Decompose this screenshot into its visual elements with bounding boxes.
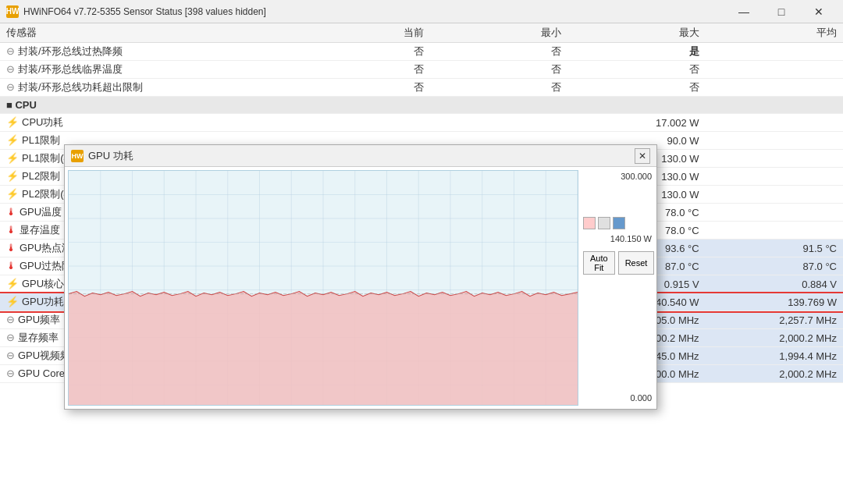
section-label: ■ CPU: [0, 97, 843, 114]
minus-icon: ⊖: [6, 314, 15, 325]
current-val: [293, 114, 430, 132]
table-row: ⊖封装/环形总线过热降频 否 否 是: [0, 43, 843, 61]
avg-val: 1,994.4 MHz: [706, 347, 843, 365]
avg-val: [706, 43, 843, 61]
lightning-icon: ⚡: [6, 188, 19, 200]
col-header-current: 当前: [293, 23, 430, 43]
reset-button[interactable]: Reset: [618, 251, 655, 275]
avg-val: [706, 150, 843, 168]
chart-close-button[interactable]: ✕: [635, 148, 650, 164]
app-icon: HW: [6, 5, 19, 18]
avg-val: 87.0 °C: [706, 257, 843, 275]
max-val: 17.002 W: [567, 114, 705, 132]
main-content: 传感器 当前 最小 最大 平均 ⊖封装/环形总线过热降频 否 否 是 ⊖封装/环…: [0, 23, 843, 504]
chart-area: [68, 170, 578, 406]
chart-svg: [69, 171, 578, 405]
max-val: 否: [567, 79, 705, 97]
chart-popup: HW GPU 功耗 ✕: [64, 144, 657, 410]
avg-val: [706, 168, 843, 186]
chart-y-bot: 0.000: [583, 393, 652, 403]
chart-body: 300.000 140.150 W Auto Fit Reset 0.000: [65, 167, 656, 409]
color-box-pink[interactable]: [583, 217, 596, 229]
chart-title-bar: HW GPU 功耗 ✕: [65, 145, 656, 167]
avg-val: 2,000.2 MHz: [706, 365, 843, 383]
title-bar: HW HWiNFO64 v7.72-5355 Sensor Status [39…: [0, 0, 843, 23]
max-val: 是: [567, 43, 705, 61]
temp-icon: 🌡: [6, 242, 16, 254]
section-row-cpu: ■ CPU: [0, 97, 843, 114]
chart-app-icon: HW: [71, 150, 84, 162]
avg-val: 2,257.7 MHz: [706, 311, 843, 329]
lightning-icon: ⚡: [6, 134, 19, 146]
chart-y-top: 300.000: [583, 172, 652, 181]
avg-val: [706, 132, 843, 150]
avg-val: 139.769 W: [706, 293, 843, 311]
table-row: ⊖封装/环形总线临界温度 否 否 否: [0, 61, 843, 79]
min-val: 否: [430, 43, 567, 61]
title-bar-left: HW HWiNFO64 v7.72-5355 Sensor Status [39…: [6, 5, 266, 18]
min-val: [430, 114, 567, 132]
col-header-min: 最小: [430, 23, 567, 43]
minus-icon: ⊖: [6, 81, 15, 93]
current-val: 否: [293, 43, 430, 61]
avg-val: 0.884 V: [706, 275, 843, 293]
chart-y-mid: 140.150 W: [583, 234, 652, 243]
sensor-label: ⊖封装/环形总线功耗超出限制: [0, 79, 293, 97]
sensor-label: ⊖封装/环形总线过热降频: [0, 43, 293, 61]
min-val: 否: [430, 79, 567, 97]
avg-val: [706, 79, 843, 97]
minus-icon: ⊖: [6, 45, 15, 57]
avg-val: 2,000.2 MHz: [706, 329, 843, 347]
current-val: 否: [293, 79, 430, 97]
sensor-label: ⚡CPU功耗: [0, 114, 293, 132]
window-controls: — □ ✕: [726, 3, 837, 20]
lightning-icon: ⚡: [6, 170, 19, 182]
auto-fit-button[interactable]: Auto Fit: [583, 251, 615, 275]
table-row: ⚡CPU功耗 17.002 W: [0, 114, 843, 132]
max-val: 否: [567, 61, 705, 79]
sensor-label: ⊖封装/环形总线临界温度: [0, 61, 293, 79]
avg-val: [706, 204, 843, 222]
minus-icon: ⊖: [6, 332, 15, 343]
close-button[interactable]: ✕: [801, 3, 837, 20]
table-row: ⊖封装/环形总线功耗超出限制 否 否 否: [0, 79, 843, 97]
min-val: 否: [430, 61, 567, 79]
chart-title-left: HW GPU 功耗: [71, 149, 133, 163]
restore-button[interactable]: □: [763, 3, 799, 20]
minus-icon: ⊖: [6, 367, 15, 379]
current-val: 否: [293, 61, 430, 79]
lightning-icon: ⚡: [6, 296, 19, 307]
minus-icon: ⊖: [6, 63, 15, 75]
avg-val: [706, 186, 843, 204]
col-header-sensor: 传感器: [0, 23, 293, 43]
chart-title: GPU 功耗: [88, 149, 133, 163]
avg-val: [706, 61, 843, 79]
temp-icon: 🌡: [6, 224, 16, 236]
col-header-avg: 平均: [706, 23, 843, 43]
color-box-gray[interactable]: [598, 217, 610, 229]
avg-val: [706, 114, 843, 132]
lightning-icon: ⚡: [6, 152, 19, 164]
color-box-blue[interactable]: [613, 217, 625, 229]
avg-val: [706, 222, 843, 240]
minimize-button[interactable]: —: [726, 3, 762, 20]
temp-icon: 🌡: [6, 206, 16, 218]
chart-sidebar: 300.000 140.150 W Auto Fit Reset 0.000: [578, 167, 656, 409]
minus-icon: ⊖: [6, 350, 15, 361]
lightning-icon: ⚡: [6, 278, 19, 289]
avg-val: 91.5 °C: [706, 240, 843, 257]
chart-color-boxes: [583, 217, 652, 229]
window-title: HWiNFO64 v7.72-5355 Sensor Status [398 v…: [23, 6, 266, 17]
lightning-icon: ⚡: [6, 116, 19, 128]
temp-icon: 🌡: [6, 260, 16, 272]
col-header-max: 最大: [567, 23, 705, 43]
chart-buttons: Auto Fit Reset: [583, 251, 652, 275]
